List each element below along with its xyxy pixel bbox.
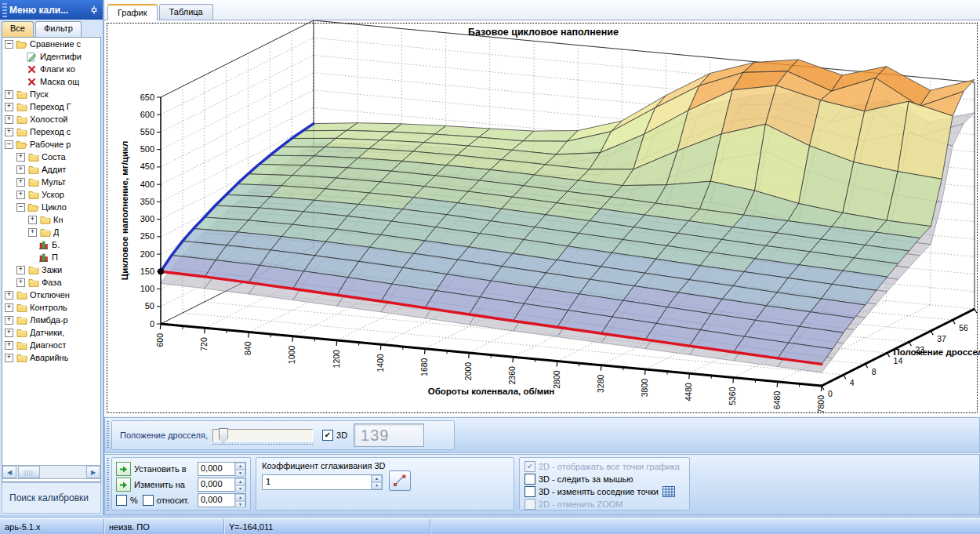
slider-thumb[interactable] [219,428,228,444]
expand-icon[interactable]: + [16,153,25,162]
svg-text:400: 400 [140,180,154,189]
tree-item-label: Датчики, [30,328,64,337]
expand-icon[interactable]: + [5,316,13,325]
tree-item[interactable]: +Д [2,226,100,238]
expand-icon[interactable]: + [5,329,13,337]
collapse-icon[interactable]: – [16,203,25,212]
chart-panel[interactable]: 050100150200250300350400450500550600650Ц… [104,20,980,416]
expand-icon[interactable]: + [5,354,13,362]
relative-spinner[interactable]: 0,000 ▲▼ [198,493,246,507]
tree-item[interactable]: +Переход с [2,125,100,138]
expand-icon[interactable]: + [16,266,25,274]
tree-item-label: Маска ощ [40,77,79,86]
expand-icon[interactable]: + [28,228,37,237]
tree-item[interactable]: Б. [2,238,100,251]
expand-icon[interactable]: + [16,191,25,199]
expand-icon[interactable]: + [16,178,25,187]
smoothing-value[interactable]: 1 [263,475,371,489]
spinner-arrows-icon[interactable]: ▲▼ [234,463,245,475]
tree-item[interactable]: +Соста [2,151,100,163]
expand-icon[interactable]: + [5,341,13,350]
tree-item[interactable]: –Сравнение с [2,38,100,50]
interpolate-button[interactable] [389,470,411,491]
spinner-arrows-icon[interactable]: ▲▼ [234,494,245,507]
panel-grip-icon[interactable] [107,458,109,511]
smoothing-input[interactable]: 1 ▲▼ [262,474,383,490]
change-by-spinner[interactable]: 0,000 ▲▼ [198,478,246,492]
expand-icon[interactable]: + [5,303,13,312]
pin-icon[interactable] [88,4,100,16]
tree-item[interactable]: Идентифи [2,50,100,63]
tree-horizontal-scrollbar[interactable]: ◀ |||| ▶ [2,465,101,479]
option-checkbox[interactable] [524,486,535,497]
tree-item[interactable]: –Цикло [2,201,100,213]
expand-icon[interactable]: + [5,115,13,124]
collapse-icon[interactable]: – [5,140,13,149]
change-by-value[interactable]: 0,000 [198,478,234,491]
percent-checkbox[interactable] [116,495,127,506]
tree-item[interactable]: +Холостой [2,113,100,125]
tree-item[interactable]: +Аддит [2,163,100,176]
expand-icon[interactable]: + [5,90,13,99]
expand-icon[interactable]: + [5,128,13,136]
3d-checkbox[interactable]: ✔ [322,430,333,441]
panel-grip-icon[interactable] [107,421,109,449]
drag-grip-icon[interactable] [2,3,7,17]
expand-icon[interactable]: + [28,216,37,224]
apply-change-button[interactable] [116,478,131,492]
set-to-spinner[interactable]: 0,000 ▲▼ [198,462,246,476]
tree-item[interactable]: +Переход Г [2,100,100,113]
tree-item[interactable]: +Контроль [2,301,100,314]
tree-item[interactable]: +Диагност [2,339,100,351]
scrollbar-thumb[interactable]: |||| [18,466,40,478]
tree-item[interactable]: +Датчики, [2,326,100,339]
spinner-arrows-icon[interactable]: ▲▼ [234,478,245,491]
sidebar-tab-all[interactable]: Все [2,21,34,37]
sidebar-titlebar[interactable]: Меню кали... [0,0,103,20]
tab-table[interactable]: Таблица [159,4,213,20]
tree-item[interactable]: Маска ощ [2,75,100,88]
option-checkbox[interactable] [524,499,535,510]
tree-item[interactable]: +Ускор [2,188,100,201]
grid-button[interactable] [662,486,675,497]
tree-item[interactable]: +Фаза [2,276,100,289]
scroll-left-icon[interactable]: ◀ [2,466,16,478]
tree-item[interactable]: +Кн [2,213,100,226]
tree-item-label: Контроль [30,303,67,312]
collapse-icon[interactable]: – [5,40,13,49]
tree-item[interactable]: +Отключен [2,289,100,301]
tree-item[interactable]: Флаги ко [2,63,100,75]
scroll-right-icon[interactable]: ▶ [86,466,100,478]
tree-item[interactable]: +Лямбда-р [2,314,100,326]
tree-item[interactable]: +Пуск [2,88,100,100]
calibration-search-panel[interactable]: Поиск калибровки [2,482,101,514]
tree-item[interactable]: +Зажи [2,263,100,276]
tree-item-label: Аварийнь [30,353,68,362]
relative-checkbox[interactable] [143,495,154,506]
relative-value[interactable]: 0,000 [198,494,234,507]
tree-item[interactable]: +Аварийнь [2,351,100,364]
expand-icon[interactable]: + [5,103,13,111]
surface-chart[interactable]: 050100150200250300350400450500550600650Ц… [104,20,980,416]
x-icon [26,65,38,74]
throttle-slider[interactable] [212,429,313,441]
apply-set-button[interactable] [116,462,131,476]
tree-item-label: Холостой [30,114,67,124]
set-to-value[interactable]: 0,000 [198,463,234,475]
option-checkbox[interactable]: ✔ [524,461,535,472]
option-checkbox[interactable] [524,474,535,485]
sidebar-tab-filter[interactable]: Фильтр [35,21,82,37]
expand-icon[interactable]: + [16,278,25,287]
tree-item[interactable]: –Рабочие р [2,138,100,151]
expand-icon[interactable]: + [16,165,25,174]
svg-text:250: 250 [140,231,154,241]
throttle-slider-label: Положение дросселя, [120,430,208,440]
tab-graph[interactable]: График [107,4,158,20]
spinner-arrows-icon[interactable]: ▲▼ [371,475,382,489]
calibration-tree[interactable]: –Сравнение с ИдентифиФлаги коМаска ощ+Пу… [2,37,101,482]
expand-icon[interactable]: + [5,291,13,300]
scrollbar-track[interactable] [40,466,86,478]
tree-item[interactable]: П [2,251,100,263]
svg-text:0: 0 [150,319,154,329]
tree-item[interactable]: +Мульт [2,176,100,188]
